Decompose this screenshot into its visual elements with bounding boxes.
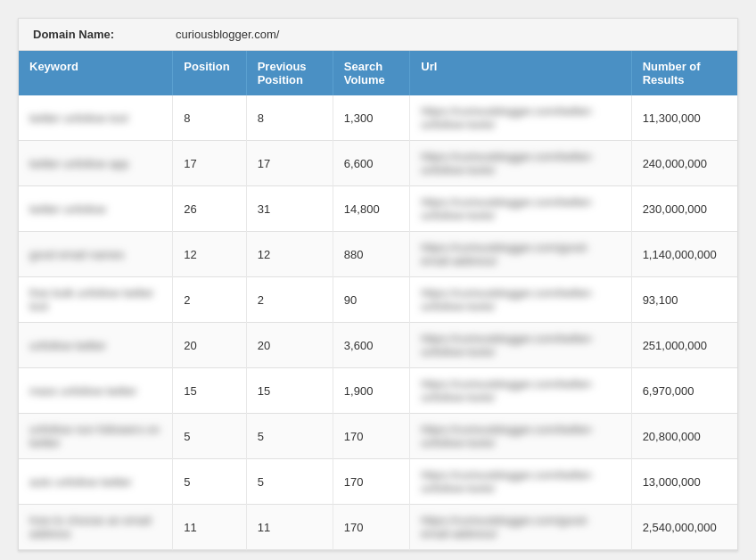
cell-position: 5 (173, 459, 246, 505)
cell-keyword: unfollow twitter (19, 323, 173, 368)
cell-prev-position: 12 (246, 232, 333, 277)
cell-results: 11,300,000 (631, 95, 737, 141)
cell-prev-position: 15 (246, 368, 333, 414)
cell-position: 20 (173, 323, 246, 368)
cell-results: 251,000,000 (631, 323, 737, 368)
cell-results: 1,140,000,000 (631, 232, 737, 277)
cell-url: https://curiousblogger.com/twitter-unfol… (410, 368, 631, 414)
table-row: free bulk unfollow twitter tool2290https… (19, 277, 737, 323)
cell-keyword: auto unfollow twitter (19, 459, 173, 505)
cell-search-volume: 3,600 (333, 323, 409, 368)
cell-keyword: free bulk unfollow twitter tool (19, 277, 173, 323)
cell-position: 12 (173, 232, 246, 277)
header-url: Url (410, 51, 631, 95)
cell-keyword: twitter unfollow app (19, 141, 173, 186)
cell-prev-position: 11 (246, 505, 333, 550)
cell-prev-position: 20 (246, 323, 333, 368)
cell-position: 11 (173, 505, 246, 550)
cell-keyword: twitter unfollow tool (19, 95, 173, 141)
cell-prev-position: 5 (246, 459, 333, 505)
cell-prev-position: 5 (246, 414, 333, 459)
table-row: mass unfollow twitter15151,900https://cu… (19, 368, 737, 414)
cell-keyword: twitter unfollow (19, 186, 173, 232)
cell-results: 20,800,000 (631, 414, 737, 459)
table-row: unfollow twitter20203,600https://curious… (19, 323, 737, 368)
cell-url: https://curiousblogger.com/twitter-unfol… (410, 141, 631, 186)
cell-url: https://curiousblogger.com/twitter-unfol… (410, 414, 631, 459)
table-row: how to choose an email address1111170htt… (19, 505, 737, 550)
header-prev-position: Previous Position (246, 51, 333, 95)
cell-prev-position: 2 (246, 277, 333, 323)
table-row: unfollow non followers on twitter55170ht… (19, 414, 737, 459)
cell-search-volume: 170 (333, 505, 409, 550)
cell-prev-position: 8 (246, 95, 333, 141)
domain-value: curiousblogger.com/ (176, 28, 279, 41)
cell-position: 26 (173, 186, 246, 232)
cell-position: 8 (173, 95, 246, 141)
cell-position: 5 (173, 414, 246, 459)
cell-results: 13,000,000 (631, 459, 737, 505)
cell-keyword: how to choose an email address (19, 505, 173, 550)
table-row: twitter unfollow tool881,300https://curi… (19, 95, 737, 141)
table-header-row: Keyword Position Previous Position Searc… (19, 51, 737, 95)
cell-url: https://curiousblogger.com/twitter-unfol… (410, 323, 631, 368)
table-body: twitter unfollow tool881,300https://curi… (19, 95, 737, 550)
cell-results: 240,000,000 (631, 141, 737, 186)
table-row: auto unfollow twitter55170https://curiou… (19, 459, 737, 505)
cell-keyword: good email names (19, 232, 173, 277)
table-row: twitter unfollow app17176,600https://cur… (19, 141, 737, 186)
cell-url: https://curiousblogger.com/good-email-ad… (410, 505, 631, 550)
cell-position: 17 (173, 141, 246, 186)
cell-url: https://curiousblogger.com/twitter-unfol… (410, 277, 631, 323)
cell-search-volume: 1,300 (333, 95, 409, 141)
cell-search-volume: 1,900 (333, 368, 409, 414)
cell-results: 6,970,000 (631, 368, 737, 414)
table-row: good email names1212880https://curiousbl… (19, 232, 737, 277)
cell-search-volume: 6,600 (333, 141, 409, 186)
domain-row: Domain Name: curiousblogger.com/ (19, 19, 737, 51)
cell-url: https://curiousblogger.com/twitter-unfol… (410, 95, 631, 141)
cell-keyword: unfollow non followers on twitter (19, 414, 173, 459)
header-search-volume: Search Volume (333, 51, 409, 95)
cell-position: 2 (173, 277, 246, 323)
cell-url: https://curiousblogger.com/twitter-unfol… (410, 186, 631, 232)
domain-label: Domain Name: (33, 28, 176, 41)
cell-results: 93,100 (631, 277, 737, 323)
cell-search-volume: 90 (333, 277, 409, 323)
header-position: Position (173, 51, 246, 95)
cell-results: 2,540,000,000 (631, 505, 737, 550)
cell-position: 15 (173, 368, 246, 414)
cell-search-volume: 170 (333, 459, 409, 505)
cell-url: https://curiousblogger.com/good-email-ad… (410, 232, 631, 277)
cell-search-volume: 14,800 (333, 186, 409, 232)
main-container: Domain Name: curiousblogger.com/ Keyword… (18, 18, 738, 551)
header-results: Number of Results (631, 51, 737, 95)
cell-prev-position: 31 (246, 186, 333, 232)
cell-search-volume: 880 (333, 232, 409, 277)
cell-prev-position: 17 (246, 141, 333, 186)
cell-search-volume: 170 (333, 414, 409, 459)
cell-keyword: mass unfollow twitter (19, 368, 173, 414)
table-row: twitter unfollow263114,800https://curiou… (19, 186, 737, 232)
cell-results: 230,000,000 (631, 186, 737, 232)
header-keyword: Keyword (19, 51, 173, 95)
cell-url: https://curiousblogger.com/twitter-unfol… (410, 459, 631, 505)
keywords-table: Keyword Position Previous Position Searc… (19, 51, 737, 550)
